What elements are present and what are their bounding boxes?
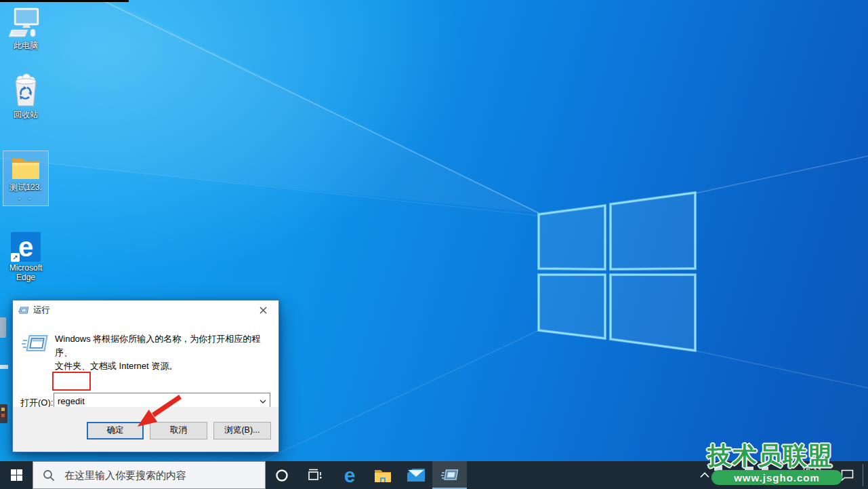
- edge-icon: e: [344, 465, 356, 486]
- run-dialog-title: 运行: [33, 305, 50, 316]
- partial-desktop-icon: [0, 317, 6, 338]
- recycle-bin-icon: [10, 73, 41, 109]
- desktop-icon-label: 此电脑: [0, 41, 51, 50]
- folder-icon: [10, 154, 41, 181]
- taskbar-search-box[interactable]: [33, 461, 266, 489]
- screenshot-artifact-strip: [0, 0, 129, 2]
- search-input[interactable]: [64, 469, 265, 481]
- task-view-button[interactable]: [300, 461, 331, 489]
- file-explorer-icon: [374, 468, 392, 483]
- run-taskbar-button[interactable]: [432, 461, 467, 489]
- desktop-icon-recycle-bin[interactable]: 回收站: [0, 73, 51, 119]
- mail-icon: [407, 469, 425, 482]
- ok-button[interactable]: 确定: [87, 422, 144, 439]
- desktop-icon-microsoft-edge[interactable]: e ↗ Microsoft Edge: [0, 232, 51, 282]
- edge-icon: e ↗: [11, 232, 41, 262]
- desktop-icon-label-ellipsis: . .: [3, 192, 48, 201]
- run-window-icon: [18, 306, 29, 315]
- cancel-button[interactable]: 取消: [150, 422, 207, 439]
- run-dialog-footer: 确定 取消 浏览(B)...: [13, 407, 278, 452]
- run-taskbar-icon: [441, 468, 459, 483]
- cortana-icon: [275, 469, 289, 482]
- desktop: 此电脑 回收站 测试123. .: [0, 0, 868, 489]
- desktop-icon-label: Microsoft: [0, 263, 51, 273]
- edge-taskbar-button[interactable]: e: [333, 461, 366, 489]
- chevron-up-icon: [700, 472, 709, 478]
- start-button[interactable]: [0, 461, 33, 489]
- desktop-icon-test-folder[interactable]: 测试123. . .: [3, 151, 49, 206]
- chevron-down-icon[interactable]: [257, 394, 269, 408]
- cortana-button[interactable]: [266, 461, 298, 489]
- run-dialog-titlebar[interactable]: 运行: [13, 300, 278, 320]
- desktop-icon-this-pc[interactable]: 此电脑: [0, 7, 51, 50]
- file-explorer-button[interactable]: [367, 461, 399, 489]
- shortcut-arrow-icon: ↗: [11, 253, 20, 262]
- partial-desktop-icon: [0, 404, 7, 423]
- run-dialog-window: 运行 Windows 将根据你所输入的名称，为你打开相应: [12, 300, 279, 452]
- watermark-title: 技术员联盟: [707, 439, 833, 473]
- show-desktop-button[interactable]: [863, 461, 868, 489]
- task-view-icon: [308, 469, 324, 482]
- desktop-icon-label2: Edge: [0, 273, 51, 282]
- close-icon[interactable]: [248, 300, 278, 319]
- desktop-icon-label: 测试123.: [3, 182, 48, 192]
- browse-button[interactable]: 浏览(B)...: [213, 422, 271, 439]
- this-pc-icon: [9, 7, 43, 39]
- watermark-url: www.jsgho.com: [711, 470, 842, 485]
- run-dialog-description: Windows 将根据你所输入的名称，为你打开相应的程序、 文件夹、文档或 In…: [55, 332, 272, 373]
- desktop-icon-label: 回收站: [0, 110, 51, 119]
- search-icon: [33, 469, 64, 482]
- partial-desktop-icon-label: [0, 365, 8, 369]
- run-program-icon: [22, 334, 49, 358]
- windows-logo-icon: [11, 469, 22, 481]
- run-dialog-body: Windows 将根据你所输入的名称，为你打开相应的程序、 文件夹、文档或 In…: [13, 320, 278, 408]
- mail-button[interactable]: [400, 461, 432, 489]
